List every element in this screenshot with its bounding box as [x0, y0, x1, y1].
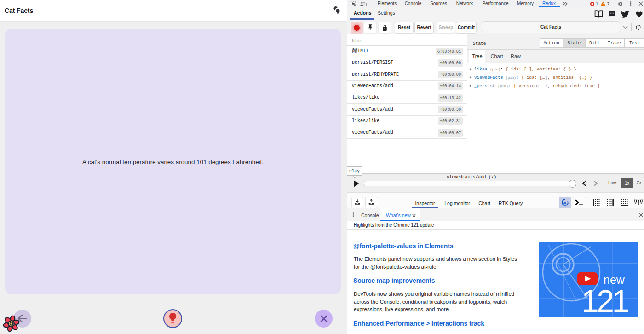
svg-text:121: 121	[581, 283, 628, 317]
